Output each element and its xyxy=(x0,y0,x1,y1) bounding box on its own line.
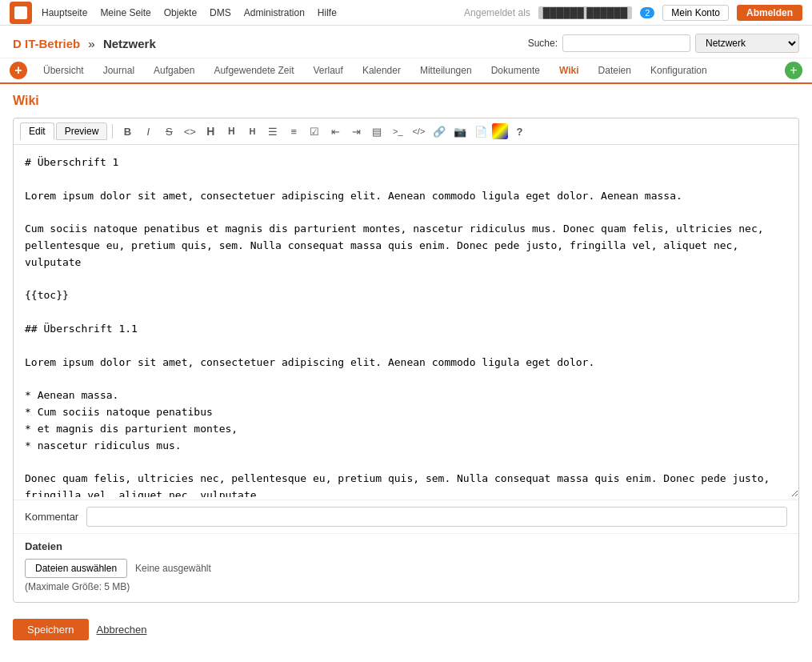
tab-verlauf[interactable]: Verlauf xyxy=(304,58,353,84)
nav-objekte[interactable]: Objekte xyxy=(164,7,197,18)
tab-dokumente[interactable]: Dokumente xyxy=(482,58,550,84)
toolbar-separator-1 xyxy=(112,124,113,138)
search-area: Suche: Netzwerk xyxy=(528,34,799,53)
files-section: Dateien Dateien auswählen Keine ausgewäh… xyxy=(14,533,798,602)
files-title: Dateien xyxy=(25,540,787,552)
nav-hauptseite[interactable]: Hauptseite xyxy=(42,7,87,18)
tab-aufgewendete-zeit[interactable]: Aufgewendete Zeit xyxy=(204,58,303,84)
project-link[interactable]: D IT-Betrieb xyxy=(13,37,80,50)
speichern-button[interactable]: Speichern xyxy=(13,619,89,640)
editor-toolbar: Edit Preview B I S <> H H H ☰ ≡ ☑ ⇤ ⇥ ▤ … xyxy=(14,118,798,145)
bottom-buttons: Speichern Abbrechen xyxy=(13,616,799,644)
toolbar-file-button[interactable]: 📄 xyxy=(471,122,490,141)
project-title: D IT-Betrieb » Netzwerk xyxy=(13,37,156,50)
toolbar-color-button[interactable] xyxy=(492,123,508,139)
tab-aufgaben[interactable]: Aufgaben xyxy=(144,58,204,84)
toolbar-code-inline-button[interactable]: <> xyxy=(180,122,199,141)
tab-dateien[interactable]: Dateien xyxy=(589,58,641,84)
logo-inner xyxy=(14,6,27,19)
editor-card: Edit Preview B I S <> H H H ☰ ≡ ☑ ⇤ ⇥ ▤ … xyxy=(13,118,799,603)
toolbar-strikethrough-button[interactable]: S xyxy=(159,122,178,141)
toolbar-indent-left-button[interactable]: ⇤ xyxy=(326,122,345,141)
mein-konto-button[interactable]: Mein Konto xyxy=(662,5,729,21)
page-wiki-title: Wiki xyxy=(13,94,799,108)
toolbar-table-button[interactable]: ▤ xyxy=(367,122,386,141)
toolbar-ol-button[interactable]: ≡ xyxy=(284,122,303,141)
nav-hilfe[interactable]: Hilfe xyxy=(318,7,337,18)
top-nav-right: Angemeldet als ██████ ██████ 2 Mein Kont… xyxy=(464,5,802,21)
top-nav-links: Hauptseite Meine Seite Objekte DMS Admin… xyxy=(42,7,464,18)
tab-mitteilungen[interactable]: Mitteilungen xyxy=(410,58,482,84)
tab-plus-button[interactable]: + xyxy=(785,62,802,79)
toolbar-link-button[interactable]: 🔗 xyxy=(430,122,449,141)
top-navigation: Hauptseite Meine Seite Objekte DMS Admin… xyxy=(0,0,812,26)
nav-administration[interactable]: Administration xyxy=(244,7,305,18)
toolbar-h2-button[interactable]: H xyxy=(222,122,241,141)
tab-add-button[interactable]: + xyxy=(10,62,27,79)
comment-label: Kommentar xyxy=(25,511,78,523)
abmelden-button[interactable]: Abmelden xyxy=(737,5,802,21)
tab-bar: + Übersicht Journal Aufgaben Aufgewendet… xyxy=(0,58,812,84)
editor-tab-edit[interactable]: Edit xyxy=(20,122,54,140)
toolbar-check-button[interactable]: ☑ xyxy=(305,122,324,141)
project-header: D IT-Betrieb » Netzwerk Suche: Netzwerk xyxy=(0,26,812,58)
tab-journal[interactable]: Journal xyxy=(94,58,144,84)
files-row: Dateien auswählen Keine ausgewählt xyxy=(25,559,787,578)
app-logo xyxy=(10,2,32,24)
tab-wiki[interactable]: Wiki xyxy=(550,58,589,84)
toolbar-pre-button[interactable]: >_ xyxy=(388,122,407,141)
angemeldet-name: ██████ ██████ xyxy=(538,6,632,19)
files-maxsize: (Maximale Größe: 5 MB) xyxy=(25,581,787,592)
files-none-label: Keine ausgewählt xyxy=(135,563,211,574)
project-name: Netzwerk xyxy=(103,37,156,50)
tab-kalender[interactable]: Kalender xyxy=(353,58,410,84)
toolbar-ul-button[interactable]: ☰ xyxy=(263,122,282,141)
nav-dms[interactable]: DMS xyxy=(210,7,231,18)
comment-row: Kommentar xyxy=(14,500,798,533)
tab-bar-right: + xyxy=(785,62,802,79)
page-content: Wiki Edit Preview B I S <> H H H ☰ ≡ ☑ ⇤… xyxy=(0,84,812,653)
toolbar-image-button[interactable]: 📷 xyxy=(450,122,470,141)
tab-ubersicht[interactable]: Übersicht xyxy=(34,58,94,84)
editor-tab-preview[interactable]: Preview xyxy=(56,122,108,140)
tab-konfiguration[interactable]: Konfiguration xyxy=(641,58,717,84)
toolbar-code-button[interactable]: </> xyxy=(409,122,428,141)
dateien-auswaehlen-button[interactable]: Dateien auswählen xyxy=(25,559,127,578)
nav-meine-seite[interactable]: Meine Seite xyxy=(100,7,150,18)
angemeldet-label: Angemeldet als xyxy=(464,7,530,18)
notification-badge[interactable]: 2 xyxy=(640,7,654,18)
toolbar-indent-right-button[interactable]: ⇥ xyxy=(346,122,366,141)
toolbar-bold-button[interactable]: B xyxy=(118,122,137,141)
search-label: Suche: xyxy=(528,38,558,49)
toolbar-h3-button[interactable]: H xyxy=(242,122,262,141)
breadcrumb-separator: » xyxy=(88,37,94,50)
toolbar-italic-button[interactable]: I xyxy=(138,122,158,141)
abbrechen-button[interactable]: Abbrechen xyxy=(97,624,147,636)
toolbar-h1-button[interactable]: H xyxy=(201,122,220,141)
search-input[interactable] xyxy=(562,34,690,52)
editor-textarea[interactable]: # Überschrift 1 Lorem ipsum dolor sit am… xyxy=(14,145,798,497)
comment-input[interactable] xyxy=(86,507,787,527)
toolbar-help-button[interactable]: ? xyxy=(510,122,529,141)
search-scope-select[interactable]: Netzwerk xyxy=(695,34,799,53)
